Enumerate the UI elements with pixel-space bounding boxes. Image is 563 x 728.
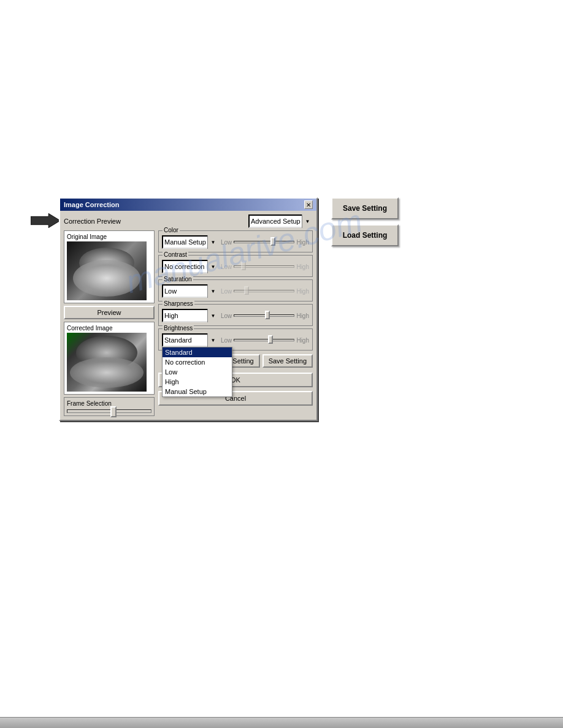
frame-selection-track[interactable] xyxy=(67,409,151,413)
saturation-dropdown[interactable]: Standard No correction Low High Manual S… xyxy=(162,284,218,298)
sharpness-group-title: Sharpness xyxy=(163,300,194,307)
saturation-group: Saturation Standard No correction Low Hi… xyxy=(158,279,313,301)
brightness-select-wrapper[interactable]: Standard No correction Low High Manual S… xyxy=(162,333,218,347)
sharpness-slider-track[interactable] xyxy=(234,314,294,317)
sharpness-low-label: Low xyxy=(221,313,232,319)
correction-preview-label: Correction Preview xyxy=(64,218,121,225)
dialog-title: Image Correction xyxy=(64,201,119,208)
right-panel: Color Manual Setup Standard No correctio… xyxy=(158,230,313,416)
brightness-dropdown[interactable]: Standard No correction Low High Manual S… xyxy=(162,333,218,347)
svg-marker-0 xyxy=(31,213,60,227)
color-select-wrapper[interactable]: Manual Setup Standard No correction Low … xyxy=(162,235,218,249)
left-panel: Original Image Preview Corrected Image F… xyxy=(64,230,155,416)
corrected-image-preview xyxy=(67,333,147,392)
contrast-low-label: Low xyxy=(221,264,232,270)
brightness-slider-container: Low High xyxy=(221,337,309,344)
color-setting-row: Manual Setup Standard No correction Low … xyxy=(162,235,309,249)
saturation-group-title: Saturation xyxy=(163,276,193,282)
sharpness-setting-row: Standard No correction Low High Manual S… xyxy=(162,309,309,322)
dialog-titlebar: Image Correction ✕ xyxy=(60,199,316,211)
contrast-slider-container: Low High xyxy=(221,264,309,270)
brightness-group: Brightness Standard No correction Low Hi… xyxy=(158,328,313,351)
frame-selection-thumb[interactable] xyxy=(110,406,117,417)
image-correction-dialog: Image Correction ✕ Correction Preview Ad… xyxy=(59,197,318,421)
original-image-box: Original Image xyxy=(64,230,155,303)
brightness-low-label: Low xyxy=(221,337,232,344)
corrected-image-label: Corrected Image xyxy=(67,325,151,332)
original-image-label: Original Image xyxy=(67,233,151,240)
saturation-select-wrapper[interactable]: Standard No correction Low High Manual S… xyxy=(162,284,218,298)
contrast-high-label: High xyxy=(296,264,309,270)
contrast-group: Contrast Standard No correction Low High… xyxy=(158,255,313,277)
saturation-slider-thumb xyxy=(244,286,249,295)
color-slider-thumb[interactable] xyxy=(270,237,275,246)
brightness-setting-row: Standard No correction Low High Manual S… xyxy=(162,333,309,347)
contrast-dropdown[interactable]: Standard No correction Low High Manual S… xyxy=(162,260,218,273)
color-dropdown[interactable]: Manual Setup Standard No correction Low … xyxy=(162,235,218,249)
brightness-slider-thumb[interactable] xyxy=(268,335,273,344)
sharpness-high-label: High xyxy=(296,313,309,319)
side-buttons-panel: Save Setting Load Setting xyxy=(331,197,399,246)
arrow-pointer xyxy=(31,213,61,228)
dialog-body: Correction Preview Advanced Setup Basic … xyxy=(60,211,316,420)
brightness-option-standard[interactable]: Standard xyxy=(163,347,232,357)
sharpness-dropdown[interactable]: Standard No correction Low High Manual S… xyxy=(162,309,218,322)
brightness-high-label: High xyxy=(296,337,309,344)
color-group-title: Color xyxy=(163,227,180,233)
status-bar xyxy=(0,717,563,728)
sharpness-select-wrapper[interactable]: Standard No correction Low High Manual S… xyxy=(162,309,218,322)
saturation-setting-row: Standard No correction Low High Manual S… xyxy=(162,284,309,298)
brightness-option-low[interactable]: Low xyxy=(163,367,232,377)
brightness-dropdown-open: Standard No correction Low High Manual S… xyxy=(162,347,232,397)
original-image-preview xyxy=(67,241,147,300)
saturation-low-label: Low xyxy=(221,288,232,295)
contrast-group-title: Contrast xyxy=(163,251,188,258)
saturation-slider-track xyxy=(234,290,294,292)
corrected-image-box: Corrected Image xyxy=(64,322,155,395)
color-group: Color Manual Setup Standard No correctio… xyxy=(158,230,313,252)
color-slider-container: Low High xyxy=(221,239,309,246)
top-row: Correction Preview Advanced Setup Basic … xyxy=(64,214,313,228)
contrast-select-wrapper[interactable]: Standard No correction Low High Manual S… xyxy=(162,260,218,273)
main-content: Original Image Preview Corrected Image F… xyxy=(64,230,313,416)
save-setting-button-inner[interactable]: Save Setting xyxy=(262,354,313,368)
contrast-slider-track xyxy=(234,265,294,268)
saturation-high-label: High xyxy=(296,288,309,295)
setup-select-wrapper[interactable]: Advanced Setup Basic Setup Custom ▼ xyxy=(248,214,313,228)
brightness-option-manual[interactable]: Manual Setup xyxy=(163,387,232,396)
brightness-slider-track[interactable] xyxy=(234,339,294,341)
dialog-close-button[interactable]: ✕ xyxy=(304,200,313,209)
save-setting-side-button[interactable]: Save Setting xyxy=(331,197,399,219)
color-low-label: Low xyxy=(221,239,232,246)
frame-selection-label: Frame Selection xyxy=(67,400,151,407)
load-setting-side-button[interactable]: Load Setting xyxy=(331,224,399,246)
preview-button[interactable]: Preview xyxy=(64,306,155,319)
sharpness-slider-container: Low High xyxy=(221,313,309,319)
brightness-option-high[interactable]: High xyxy=(163,377,232,387)
sharpness-slider-thumb[interactable] xyxy=(265,311,270,319)
brightness-group-title: Brightness xyxy=(163,325,194,332)
sharpness-group: Sharpness Standard No correction Low Hig… xyxy=(158,304,313,326)
color-slider-track[interactable] xyxy=(234,241,294,243)
saturation-slider-container: Low High xyxy=(221,288,309,295)
brightness-option-no-correction[interactable]: No correction xyxy=(163,357,232,367)
setup-dropdown[interactable]: Advanced Setup Basic Setup Custom xyxy=(248,214,313,228)
frame-selection-box: Frame Selection xyxy=(64,397,155,416)
color-high-label: High xyxy=(296,239,309,246)
contrast-slider-thumb xyxy=(241,262,246,270)
contrast-setting-row: Standard No correction Low High Manual S… xyxy=(162,260,309,273)
